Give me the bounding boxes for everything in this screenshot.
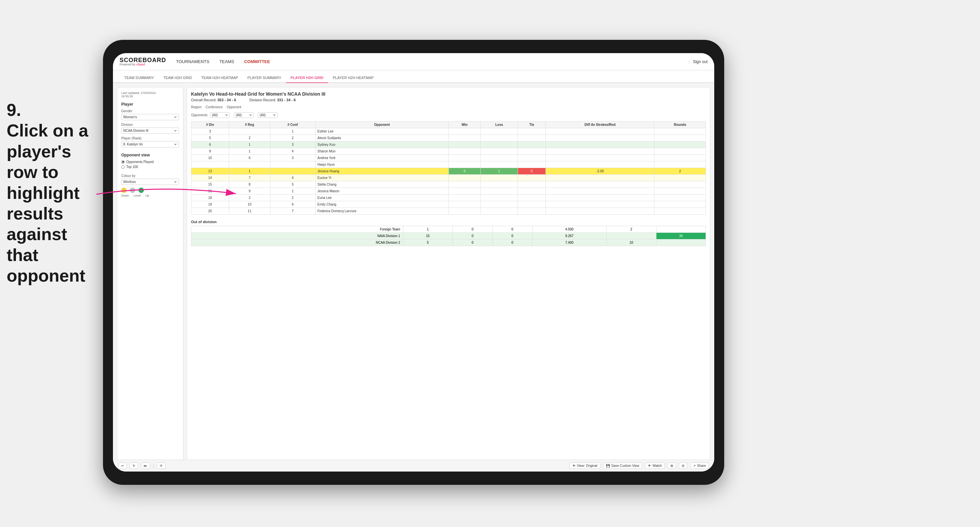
right-panel: Katelyn Vo Head-to-Head Grid for Women's… [187, 87, 710, 468]
last-updated: Last Updated: 27/03/2024 16:55:28 [121, 91, 179, 98]
nav-committee[interactable]: COMMITTEE [244, 58, 270, 65]
nav-right: | Sign out [689, 59, 708, 64]
table-row[interactable]: 31Esther Lee [191, 128, 706, 135]
table-row[interactable]: 20117Federica Domecq Lacroze [191, 208, 706, 214]
col-rounds: Rounds [654, 122, 706, 128]
save-custom-btn[interactable]: 💾 Save Custom View [603, 463, 642, 469]
annotation-text: 9. Click on a player's row to highlight … [6, 100, 96, 286]
grid-btn[interactable]: ⊟ [679, 463, 687, 469]
redo-btn[interactable]: ↻ [130, 463, 138, 469]
sign-out-link[interactable]: Sign out [693, 59, 708, 64]
division-record: Division Record: 331 - 34 - 6 [250, 98, 296, 102]
opponent-select[interactable]: (All) [258, 112, 278, 118]
col-reg: # Reg [229, 122, 270, 128]
logo-sub: Powered by clippd [119, 63, 166, 66]
table-row[interactable]: Haejo Hyun [191, 161, 706, 168]
filters-row: Region Conference Opponent [191, 105, 706, 109]
opponents-filter-row: Opponents: (All) (All) (All) [191, 112, 706, 118]
gender-select[interactable]: Women's [121, 114, 179, 120]
table-row[interactable]: 1063Andrea York [191, 155, 706, 161]
radio-top100[interactable]: Top 100 [121, 165, 179, 169]
watch-icon: 👁 [648, 464, 651, 468]
table-row[interactable]: 522Alexis Sudijanto [191, 135, 706, 141]
resize-btn[interactable]: ⊞ [667, 463, 676, 469]
tab-player-summary[interactable]: PLAYER SUMMARY [243, 73, 286, 83]
nav-bar: SCOREBOARD Powered by clippd TOURNAMENTS… [113, 53, 714, 70]
opponents-select[interactable]: (All) [210, 112, 230, 118]
tab-team-h2h-grid[interactable]: TEAM H2H GRID [159, 73, 197, 83]
logo: SCOREBOARD Powered by clippd [119, 57, 166, 66]
opponents-filter-group: Opponents: (All) [191, 112, 230, 118]
main-content: Last Updated: 27/03/2024 16:55:28 Player… [113, 83, 714, 471]
table-row[interactable]: 1474Eunice Yi [191, 175, 706, 181]
table-row-highlighted[interactable]: 131Jessica Huang010-3.002 [191, 168, 706, 175]
tab-player-h2h-heatmap[interactable]: PLAYER H2H HEATMAP [328, 73, 379, 83]
refresh-btn[interactable]: ⟳ [157, 463, 165, 469]
watch-btn[interactable]: 👁 Watch [645, 463, 665, 469]
separator1: | [153, 463, 154, 468]
history-btn[interactable]: ⏭ [141, 463, 150, 469]
out-row[interactable]: NCAA Division 25007.40010 [191, 240, 706, 246]
out-row[interactable]: NAIA Division 115009.26730 [191, 233, 706, 240]
logo-brand: clippd [136, 63, 145, 66]
out-of-div-title: Out of division [191, 220, 706, 224]
table-row[interactable]: 19106Emily Chang [191, 201, 706, 208]
colour-down [121, 187, 127, 193]
left-panel: Last Updated: 27/03/2024 16:55:28 Player… [117, 87, 183, 468]
conference-filter: Conference [206, 105, 223, 109]
eye-icon: 👁 [573, 464, 576, 468]
region-filter: Region [191, 105, 202, 109]
table-row[interactable]: 1822Euna Lee [191, 195, 706, 201]
nav-divider: | [689, 59, 690, 64]
opponent-filter: Opponent [227, 105, 241, 109]
overall-record: Overall Record: 353 - 34 - 6 [191, 98, 236, 102]
table-row[interactable]: 1585Stella Chang [191, 181, 706, 188]
colour-labels: Down Level Up [121, 194, 179, 197]
view-original-btn[interactable]: 👁 View: Original [570, 463, 601, 469]
col-win: Win [449, 122, 480, 128]
colour-level [130, 187, 135, 193]
tab-player-h2h-grid[interactable]: PLAYER H2H GRID [286, 73, 328, 83]
division-select[interactable]: NCAA Division III [121, 127, 179, 134]
table-row[interactable]: 1691Jessica Mason [191, 188, 706, 195]
tab-team-h2h-heatmap[interactable]: TEAM H2H HEATMAP [197, 73, 243, 83]
opponent-view-section: Opponent view Opponents Played Top 100 [121, 153, 179, 169]
player-rank-label: Player (Rank) [121, 137, 179, 140]
share-btn[interactable]: ↗ Share [690, 463, 709, 469]
sub-nav: TEAM SUMMARY TEAM H2H GRID TEAM H2H HEAT… [113, 70, 714, 83]
record-row: Overall Record: 353 - 34 - 6 Division Re… [191, 98, 706, 102]
out-of-division: Out of division Foreign Team1004.5002 NA… [191, 220, 706, 246]
col-conf: # Conf [270, 122, 315, 128]
out-table: Foreign Team1004.5002 NAIA Division 1150… [191, 226, 706, 246]
bottom-toolbar: ↩ ↻ ⏭ | ⟳ 👁 View: Original 💾 Save Custom… [113, 460, 714, 471]
nav-teams[interactable]: TEAMS [219, 58, 234, 65]
col-loss: Loss [481, 122, 518, 128]
undo-btn[interactable]: ↩ [118, 463, 127, 469]
opponent-view-label: Opponent view [121, 153, 179, 157]
radio-opponents-played[interactable]: Opponents Played [121, 160, 179, 164]
h2h-table: # Div # Reg # Conf Opponent Win Loss Tie… [191, 121, 706, 214]
nav-tournaments[interactable]: TOURNAMENTS [176, 58, 209, 65]
table-row[interactable]: 613Sydney Kuo [191, 141, 706, 148]
share-icon: ↗ [693, 464, 696, 468]
gender-label: Gender [121, 109, 179, 113]
colour-circles [121, 187, 179, 193]
table-row[interactable]: 914Sharon Mun [191, 148, 706, 155]
col-div: # Div [191, 122, 229, 128]
division-label: Division [121, 123, 179, 127]
conference-select[interactable]: (All) [234, 112, 254, 118]
grid-title: Katelyn Vo Head-to-Head Grid for Women's… [191, 91, 706, 97]
col-opponent: Opponent [315, 122, 449, 128]
device-frame: SCOREBOARD Powered by clippd TOURNAMENTS… [103, 40, 724, 485]
col-diff: Diff Av Strokes/Rnd [546, 122, 654, 128]
device-screen: SCOREBOARD Powered by clippd TOURNAMENTS… [113, 53, 714, 471]
player-rank-select[interactable]: 8. Katelyn Vo [121, 141, 179, 148]
colour-by-select[interactable]: Win/loss [121, 179, 179, 185]
nav-items: TOURNAMENTS TEAMS COMMITTEE [176, 58, 689, 65]
tab-team-summary[interactable]: TEAM SUMMARY [119, 73, 159, 83]
colour-section: Colour by Win/loss Down Level Up [121, 174, 179, 197]
radio-dot-top100 [121, 165, 124, 169]
annotation-number: 9. [6, 100, 96, 120]
out-row[interactable]: Foreign Team1004.5002 [191, 226, 706, 233]
radio-group: Opponents Played Top 100 [121, 160, 179, 169]
